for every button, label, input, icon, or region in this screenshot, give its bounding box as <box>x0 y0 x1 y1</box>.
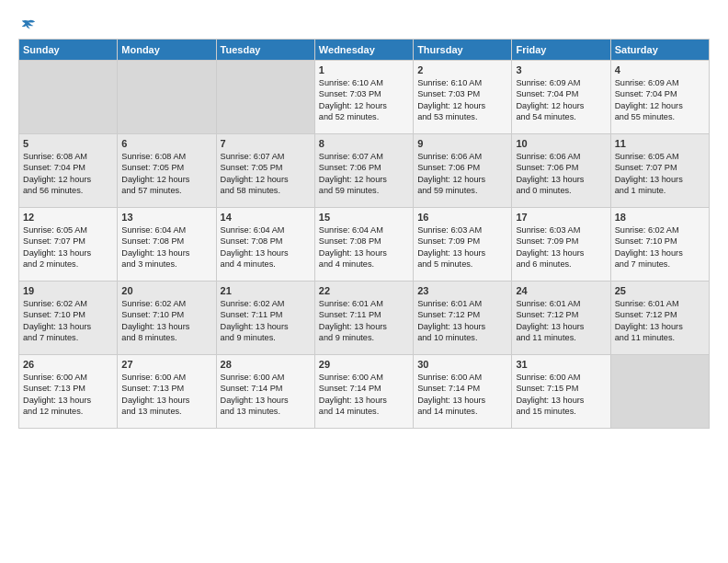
day-number: 29 <box>319 359 409 370</box>
calendar-week-row: 26Sunrise: 6:00 AM Sunset: 7:13 PM Dayli… <box>19 355 710 429</box>
calendar-cell: 31Sunrise: 6:00 AM Sunset: 7:15 PM Dayli… <box>512 355 610 429</box>
calendar-cell <box>216 61 314 134</box>
day-content: Sunrise: 6:02 AM Sunset: 7:10 PM Dayligh… <box>23 298 113 344</box>
day-number: 27 <box>121 359 211 370</box>
day-content: Sunrise: 6:01 AM Sunset: 7:11 PM Dayligh… <box>319 298 409 344</box>
calendar-cell <box>118 61 216 134</box>
calendar-cell: 19Sunrise: 6:02 AM Sunset: 7:10 PM Dayli… <box>19 282 118 355</box>
day-content: Sunrise: 6:05 AM Sunset: 7:07 PM Dayligh… <box>23 224 113 270</box>
day-number: 10 <box>516 138 606 149</box>
calendar-cell: 13Sunrise: 6:04 AM Sunset: 7:08 PM Dayli… <box>118 208 216 282</box>
calendar-cell: 27Sunrise: 6:00 AM Sunset: 7:13 PM Dayli… <box>118 355 216 429</box>
day-number: 19 <box>23 285 113 296</box>
calendar-cell: 7Sunrise: 6:07 AM Sunset: 7:05 PM Daylig… <box>216 134 314 208</box>
header-day-wednesday: Wednesday <box>314 40 413 61</box>
day-content: Sunrise: 6:06 AM Sunset: 7:06 PM Dayligh… <box>417 151 507 197</box>
day-content: Sunrise: 6:04 AM Sunset: 7:08 PM Dayligh… <box>221 224 311 270</box>
day-content: Sunrise: 6:07 AM Sunset: 7:06 PM Dayligh… <box>319 151 409 197</box>
calendar-cell: 12Sunrise: 6:05 AM Sunset: 7:07 PM Dayli… <box>19 208 118 282</box>
day-content: Sunrise: 6:00 AM Sunset: 7:14 PM Dayligh… <box>417 372 507 418</box>
day-content: Sunrise: 6:05 AM Sunset: 7:07 PM Dayligh… <box>615 151 705 197</box>
calendar-cell: 4Sunrise: 6:09 AM Sunset: 7:04 PM Daylig… <box>610 61 709 134</box>
calendar-cell <box>610 355 709 429</box>
day-content: Sunrise: 6:01 AM Sunset: 7:12 PM Dayligh… <box>615 298 705 344</box>
calendar-cell: 20Sunrise: 6:02 AM Sunset: 7:10 PM Dayli… <box>118 282 216 355</box>
calendar-cell: 24Sunrise: 6:01 AM Sunset: 7:12 PM Dayli… <box>512 282 610 355</box>
calendar-header-row: SundayMondayTuesdayWednesdayThursdayFrid… <box>19 40 710 61</box>
day-number: 15 <box>319 212 409 223</box>
day-number: 9 <box>417 138 507 149</box>
day-content: Sunrise: 6:00 AM Sunset: 7:13 PM Dayligh… <box>23 372 113 418</box>
day-number: 8 <box>319 138 409 149</box>
day-content: Sunrise: 6:08 AM Sunset: 7:05 PM Dayligh… <box>121 151 211 197</box>
day-content: Sunrise: 6:04 AM Sunset: 7:08 PM Dayligh… <box>121 224 211 270</box>
calendar-cell: 6Sunrise: 6:08 AM Sunset: 7:05 PM Daylig… <box>118 134 216 208</box>
day-number: 14 <box>221 212 311 223</box>
calendar-cell: 28Sunrise: 6:00 AM Sunset: 7:14 PM Dayli… <box>216 355 314 429</box>
day-number: 11 <box>615 138 705 149</box>
calendar-cell: 5Sunrise: 6:08 AM Sunset: 7:04 PM Daylig… <box>19 134 118 208</box>
calendar-cell: 21Sunrise: 6:02 AM Sunset: 7:11 PM Dayli… <box>216 282 314 355</box>
calendar-cell: 9Sunrise: 6:06 AM Sunset: 7:06 PM Daylig… <box>414 134 512 208</box>
calendar-cell: 18Sunrise: 6:02 AM Sunset: 7:10 PM Dayli… <box>610 208 709 282</box>
day-number: 4 <box>615 64 705 75</box>
logo <box>18 18 37 31</box>
calendar-cell: 26Sunrise: 6:00 AM Sunset: 7:13 PM Dayli… <box>19 355 118 429</box>
day-content: Sunrise: 6:01 AM Sunset: 7:12 PM Dayligh… <box>417 298 507 344</box>
day-content: Sunrise: 6:00 AM Sunset: 7:15 PM Dayligh… <box>516 372 606 418</box>
header-day-monday: Monday <box>118 40 216 61</box>
calendar-cell: 3Sunrise: 6:09 AM Sunset: 7:04 PM Daylig… <box>512 61 610 134</box>
day-number: 7 <box>221 138 311 149</box>
calendar-cell: 23Sunrise: 6:01 AM Sunset: 7:12 PM Dayli… <box>414 282 512 355</box>
day-content: Sunrise: 6:01 AM Sunset: 7:12 PM Dayligh… <box>516 298 606 344</box>
day-number: 25 <box>615 285 705 296</box>
day-content: Sunrise: 6:07 AM Sunset: 7:05 PM Dayligh… <box>221 151 311 197</box>
calendar-cell <box>19 61 118 134</box>
day-content: Sunrise: 6:09 AM Sunset: 7:04 PM Dayligh… <box>615 77 705 123</box>
day-number: 17 <box>516 212 606 223</box>
calendar-table: SundayMondayTuesdayWednesdayThursdayFrid… <box>18 39 710 429</box>
header-day-sunday: Sunday <box>19 40 118 61</box>
calendar-cell: 30Sunrise: 6:00 AM Sunset: 7:14 PM Dayli… <box>414 355 512 429</box>
day-number: 20 <box>121 285 211 296</box>
day-content: Sunrise: 6:02 AM Sunset: 7:11 PM Dayligh… <box>221 298 311 344</box>
header-day-friday: Friday <box>512 40 610 61</box>
calendar-week-row: 19Sunrise: 6:02 AM Sunset: 7:10 PM Dayli… <box>19 282 710 355</box>
header-day-saturday: Saturday <box>610 40 709 61</box>
header-day-thursday: Thursday <box>414 40 512 61</box>
calendar-cell: 17Sunrise: 6:03 AM Sunset: 7:09 PM Dayli… <box>512 208 610 282</box>
page-header <box>18 18 710 31</box>
day-number: 22 <box>319 285 409 296</box>
day-content: Sunrise: 6:00 AM Sunset: 7:13 PM Dayligh… <box>121 372 211 418</box>
calendar-cell: 15Sunrise: 6:04 AM Sunset: 7:08 PM Dayli… <box>314 208 413 282</box>
day-content: Sunrise: 6:00 AM Sunset: 7:14 PM Dayligh… <box>221 372 311 418</box>
logo-bird-icon <box>20 18 37 31</box>
day-content: Sunrise: 6:04 AM Sunset: 7:08 PM Dayligh… <box>319 224 409 270</box>
calendar-cell: 14Sunrise: 6:04 AM Sunset: 7:08 PM Dayli… <box>216 208 314 282</box>
day-number: 30 <box>417 359 507 370</box>
day-number: 23 <box>417 285 507 296</box>
day-number: 31 <box>516 359 606 370</box>
day-number: 2 <box>417 64 507 75</box>
day-number: 26 <box>23 359 113 370</box>
day-number: 16 <box>417 212 507 223</box>
calendar-cell: 29Sunrise: 6:00 AM Sunset: 7:14 PM Dayli… <box>314 355 413 429</box>
day-content: Sunrise: 6:02 AM Sunset: 7:10 PM Dayligh… <box>615 224 705 270</box>
day-number: 5 <box>23 138 113 149</box>
day-content: Sunrise: 6:08 AM Sunset: 7:04 PM Dayligh… <box>23 151 113 197</box>
calendar-cell: 2Sunrise: 6:10 AM Sunset: 7:03 PM Daylig… <box>414 61 512 134</box>
day-content: Sunrise: 6:10 AM Sunset: 7:03 PM Dayligh… <box>319 77 409 123</box>
calendar-cell: 1Sunrise: 6:10 AM Sunset: 7:03 PM Daylig… <box>314 61 413 134</box>
day-content: Sunrise: 6:00 AM Sunset: 7:14 PM Dayligh… <box>319 372 409 418</box>
calendar-cell: 11Sunrise: 6:05 AM Sunset: 7:07 PM Dayli… <box>610 134 709 208</box>
header-day-tuesday: Tuesday <box>216 40 314 61</box>
day-number: 18 <box>615 212 705 223</box>
day-number: 13 <box>121 212 211 223</box>
day-content: Sunrise: 6:09 AM Sunset: 7:04 PM Dayligh… <box>516 77 606 123</box>
day-number: 3 <box>516 64 606 75</box>
day-content: Sunrise: 6:06 AM Sunset: 7:06 PM Dayligh… <box>516 151 606 197</box>
day-number: 24 <box>516 285 606 296</box>
day-number: 28 <box>221 359 311 370</box>
calendar-week-row: 1Sunrise: 6:10 AM Sunset: 7:03 PM Daylig… <box>19 61 710 134</box>
day-number: 6 <box>121 138 211 149</box>
